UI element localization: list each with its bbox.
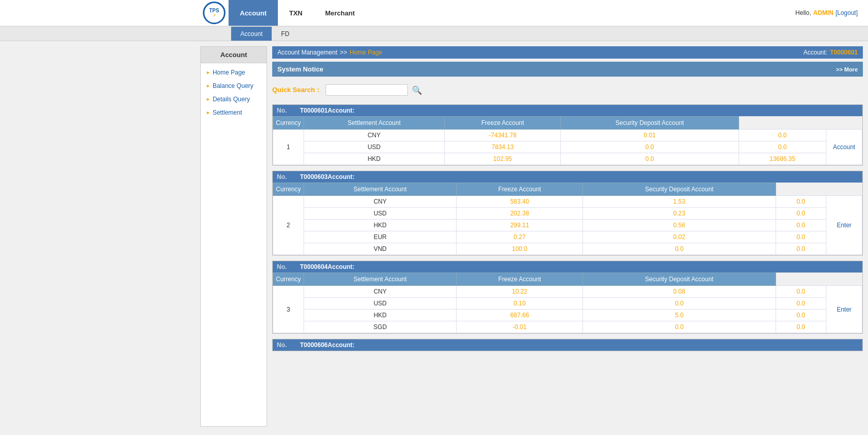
account1-prefix: Account: — [328, 107, 354, 114]
cell-security: 0.0 — [776, 243, 826, 255]
col-freeze-3: Freeze Account — [457, 273, 583, 286]
cell-freeze: 5.0 — [583, 310, 776, 321]
row-no: 2 — [273, 196, 304, 255]
cell-settlement: 100.0 — [457, 243, 583, 255]
hello-text: Hello, — [796, 9, 812, 16]
cell-security: 0.0 — [739, 141, 826, 153]
action-cell[interactable]: Enter — [826, 196, 862, 255]
nav-account[interactable]: Account — [229, 0, 278, 26]
nav-merchant[interactable]: Merchant — [314, 0, 366, 26]
logo: TPS ↗ — [203, 2, 225, 24]
table-row: EUR0.270.020.0 — [273, 231, 862, 243]
table-row: HKD102.950.013686.35 — [273, 153, 862, 165]
action-cell[interactable]: Account — [826, 130, 862, 165]
cell-security: 0.0 — [776, 220, 826, 231]
cell-freeze: 0.0 — [583, 243, 776, 255]
row-no: 3 — [273, 286, 304, 333]
table-row: 3CNY10.220.080.0Enter — [273, 286, 862, 298]
table-row: USD0.100.00.0 — [273, 298, 862, 310]
nav-txn[interactable]: TXN — [278, 0, 314, 26]
system-notice-label: System Notice — [277, 65, 324, 73]
cell-security: 0.0 — [776, 310, 826, 321]
sub-nav-fd[interactable]: FD — [272, 27, 298, 41]
cell-settlement: 10.22 — [457, 286, 583, 298]
sidebar-menu: ► Home Page ► Balance Query ► Details Qu… — [201, 63, 267, 122]
account-section-4: No. T0000606 Account: — [272, 339, 863, 351]
cell-freeze: 0.02 — [583, 231, 776, 243]
col-security-1: Security Deposit Account — [561, 117, 739, 130]
col-freeze-1: Freeze Account — [445, 117, 561, 130]
cell-currency: CNY — [304, 196, 457, 208]
cell-security: 0.0 — [776, 231, 826, 243]
cell-freeze: 0.0 — [561, 153, 739, 165]
account3-prefix: Account: — [328, 263, 354, 270]
col-currency-1: Currency — [273, 117, 304, 130]
sidebar-item-details[interactable]: ► Details Query — [201, 93, 267, 106]
action-cell[interactable]: Enter — [826, 286, 862, 333]
notice-more[interactable]: >> More — [836, 66, 858, 72]
cell-currency: CNY — [304, 130, 444, 141]
account2-prefix: Account: — [328, 173, 354, 180]
cell-settlement: 0.10 — [457, 298, 583, 310]
table-row: VND100.00.00.0 — [273, 243, 862, 255]
sidebar-item-balance[interactable]: ► Balance Query — [201, 79, 267, 93]
cell-settlement: 7834.13 — [445, 141, 561, 153]
col-settlement-2: Settlement Account — [304, 183, 457, 196]
cell-settlement: 687.66 — [457, 310, 583, 321]
cell-security: 0.0 — [776, 298, 826, 310]
arrow-icon-homepage: ► — [206, 70, 211, 75]
table-row: SGD-0.010.00.0 — [273, 321, 862, 333]
cell-freeze: 0.01 — [561, 130, 739, 141]
cell-security: 0.0 — [739, 130, 826, 141]
col-currency-3: Currency — [273, 273, 304, 286]
cell-settlement: 0.27 — [457, 231, 583, 243]
table-row: USD202.380.230.0 — [273, 208, 862, 220]
sidebar-item-settlement[interactable]: ► Settlement — [201, 106, 267, 119]
cell-settlement: -74341.78 — [445, 130, 561, 141]
account2-id-header: T0000603 — [300, 173, 328, 180]
table-row: HKD687.665.00.0 — [273, 310, 862, 321]
sidebar-item-homepage[interactable]: ► Home Page — [201, 66, 267, 79]
system-notice: System Notice >> More — [272, 62, 863, 77]
cell-currency: HKD — [304, 220, 457, 231]
cell-settlement: 583.40 — [457, 196, 583, 208]
cell-freeze: 0.0 — [561, 141, 739, 153]
col-security-2: Security Deposit Account — [583, 183, 776, 196]
cell-settlement: 102.95 — [445, 153, 561, 165]
cell-security: 0.0 — [776, 208, 826, 220]
cell-currency: USD — [304, 141, 444, 153]
logout-link[interactable]: [Logout] — [836, 9, 858, 16]
quick-search: Quick Search： 🔍 — [272, 82, 863, 98]
cell-settlement: 299.11 — [457, 220, 583, 231]
cell-currency: SGD — [304, 321, 457, 333]
cell-currency: HKD — [304, 153, 444, 165]
col-security-3: Security Deposit Account — [583, 273, 776, 286]
account4-no-header: No. — [277, 341, 300, 349]
account4-prefix: Account: — [328, 341, 354, 349]
cell-freeze: 1.53 — [583, 196, 776, 208]
cell-freeze: 0.0 — [583, 321, 776, 333]
search-input[interactable] — [326, 84, 408, 96]
account3-id-header: T0000604 — [300, 263, 328, 270]
cell-currency: USD — [304, 298, 457, 310]
row-no: 1 — [273, 130, 304, 165]
account2-no-header: No. — [277, 173, 300, 180]
search-icon[interactable]: 🔍 — [412, 85, 422, 95]
account1-no-header: No. — [277, 107, 300, 114]
breadcrumb-management: Account Management — [277, 49, 337, 56]
cell-security: 0.0 — [776, 286, 826, 298]
content-area: Account Management >> Home Page Account:… — [272, 46, 863, 427]
cell-freeze: 0.08 — [583, 286, 776, 298]
breadcrumb-account-value: T0000601 — [830, 49, 858, 56]
breadcrumb-current[interactable]: Home Page — [350, 49, 382, 56]
col-settlement-1: Settlement Account — [304, 117, 444, 130]
sub-nav-account[interactable]: Account — [231, 27, 272, 41]
quick-search-label: Quick Search： — [272, 85, 322, 95]
cell-security: 0.0 — [776, 196, 826, 208]
cell-currency: HKD — [304, 310, 457, 321]
table-row: HKD299.110.560.0 — [273, 220, 862, 231]
cell-security: 13686.35 — [739, 153, 826, 165]
cell-currency: CNY — [304, 286, 457, 298]
cell-freeze: 0.0 — [583, 298, 776, 310]
col-settlement-3: Settlement Account — [304, 273, 457, 286]
